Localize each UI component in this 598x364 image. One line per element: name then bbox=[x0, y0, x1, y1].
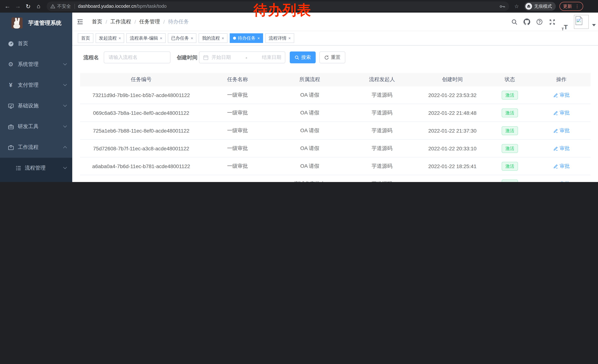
tab-label: 流程详情 bbox=[269, 35, 286, 41]
browser-home-icon[interactable]: ⌂ bbox=[33, 1, 44, 11]
initiator-cell: 芋道源码 bbox=[347, 104, 417, 121]
sidebar-collapse-icon[interactable] bbox=[77, 18, 83, 25]
close-icon[interactable]: × bbox=[257, 36, 260, 40]
close-icon[interactable]: × bbox=[288, 36, 291, 40]
status-badge: 激活 bbox=[502, 179, 518, 182]
avatar[interactable] bbox=[574, 15, 589, 29]
breadcrumb-item[interactable]: 任务管理 bbox=[139, 18, 160, 25]
yen-icon: ¥ bbox=[8, 82, 14, 89]
security-status[interactable]: 不安全 bbox=[50, 3, 71, 9]
browser-back-icon[interactable]: ← bbox=[2, 1, 13, 11]
header-search-icon[interactable] bbox=[508, 13, 521, 31]
action-cell: 审批 bbox=[532, 86, 590, 104]
breadcrumb-separator: / bbox=[106, 19, 107, 25]
status-badge: 激活 bbox=[502, 144, 518, 153]
reset-button[interactable]: 重置 bbox=[319, 51, 345, 63]
browser-update-button[interactable]: 更新 ⋮ bbox=[559, 2, 583, 11]
input-placeholder: 请输入流程名 bbox=[108, 54, 137, 61]
status-cell: 激活 bbox=[488, 175, 532, 182]
action-cell: 审批 bbox=[532, 140, 590, 157]
app-root: 芋道管理系统 首页 ⚙ 系统管理 ¥ 支付管理 bbox=[0, 13, 598, 182]
chevron-up-icon bbox=[63, 146, 67, 150]
help-icon[interactable] bbox=[533, 13, 546, 31]
task-name-cell: 一级审批 bbox=[202, 104, 273, 121]
sidebar-item-label: 研发工具 bbox=[18, 123, 39, 130]
task-name-cell: 一级审批 bbox=[202, 140, 273, 157]
approve-link[interactable]: 审批 bbox=[553, 92, 570, 98]
tab-process-detail[interactable]: 流程详情× bbox=[265, 33, 294, 43]
search-icon bbox=[295, 55, 299, 60]
sidebar-item-home[interactable]: 首页 bbox=[0, 33, 72, 54]
approve-link[interactable]: 审批 bbox=[553, 109, 570, 116]
edit-pencil-icon bbox=[553, 181, 558, 182]
tab-done-tasks[interactable]: 已办任务× bbox=[168, 33, 197, 43]
table-row: 75d72608-7b7f-11ec-a3c8-acde48001122 一级审… bbox=[80, 140, 590, 157]
table-row: 8f0d1619-7ac8-11ec-a9e2-a2380e71991a 1.2… bbox=[80, 175, 590, 182]
table-row: a6aba0a4-7b6d-11ec-b781-acde48001122 一级审… bbox=[80, 157, 590, 175]
initiator-cell: 芋道源码 bbox=[347, 122, 417, 139]
bookmark-star-icon[interactable]: ☆ bbox=[514, 3, 519, 9]
sidebar-item-process-mgmt[interactable]: 流程管理 bbox=[0, 158, 72, 178]
column-header: 任务编号 bbox=[80, 73, 202, 86]
created-time-cell: 2022-01-22 18:25:41 bbox=[417, 157, 488, 175]
github-icon[interactable] bbox=[521, 13, 533, 31]
sidebar-logo[interactable]: 芋道管理系统 bbox=[0, 13, 72, 33]
task-name-cell: 一级审批 bbox=[202, 157, 273, 175]
created-time-cell: 2022-01-22 21:48:48 bbox=[417, 104, 488, 121]
created-time-cell: 2022-01-22 20:33:10 bbox=[417, 140, 488, 157]
tab-label: 待办任务 bbox=[238, 35, 256, 41]
tab-start-process[interactable]: 发起流程× bbox=[96, 33, 124, 43]
close-icon[interactable]: × bbox=[160, 36, 162, 40]
gear-icon: ⚙ bbox=[8, 61, 14, 68]
approve-link[interactable]: 审批 bbox=[553, 163, 570, 170]
task-id-cell: 73211d9d-7b9b-11ec-b5b7-acde48001122 bbox=[80, 86, 202, 104]
process-cell: 测试多审批人 bbox=[273, 175, 347, 182]
tab-todo-tasks[interactable]: 待办任务× bbox=[230, 33, 263, 43]
approve-link[interactable]: 审批 bbox=[553, 127, 570, 134]
toolbox-icon bbox=[8, 123, 14, 130]
sidebar-item-label: 首页 bbox=[18, 40, 28, 47]
chevron-down-icon bbox=[63, 82, 67, 86]
action-cell: 审批 bbox=[532, 175, 590, 182]
task-name-cell: 一级审批 bbox=[202, 86, 273, 104]
tab-label: 我的流程 bbox=[202, 35, 220, 41]
browser-menu-icon[interactable]: ⋮ bbox=[575, 4, 579, 9]
tab-form-edit[interactable]: 流程表单-编辑× bbox=[126, 33, 166, 43]
close-icon[interactable]: × bbox=[222, 36, 224, 40]
table-row: 725a1eb6-7b88-11ec-8ef0-acde48001122 一级审… bbox=[80, 122, 590, 140]
sidebar-item-label: 流程管理 bbox=[25, 165, 46, 171]
tab-label: 已办任务 bbox=[171, 35, 189, 41]
sidebar-item-task-mgmt[interactable]: 任务管理 bbox=[0, 178, 72, 182]
sidebar-item-workflow[interactable]: 工作流程 bbox=[0, 137, 72, 158]
sidebar-item-payment[interactable]: ¥ 支付管理 bbox=[0, 75, 72, 96]
date-range-picker[interactable]: 开始日期 - 结束日期 bbox=[199, 51, 285, 63]
close-icon[interactable]: × bbox=[119, 36, 121, 40]
active-dot bbox=[233, 37, 236, 40]
font-size-icon[interactable]: TT bbox=[558, 13, 571, 31]
approve-link[interactable]: 审批 bbox=[553, 180, 570, 182]
process-cell: OA 请假 bbox=[273, 157, 347, 175]
sidebar-item-devtools[interactable]: 研发工具 bbox=[0, 116, 72, 137]
sidebar-item-infra[interactable]: 基础设施 bbox=[0, 96, 72, 116]
task-name-cell: 一级审批 bbox=[202, 122, 273, 139]
omnibox-divider bbox=[74, 4, 75, 9]
action-cell: 审批 bbox=[532, 157, 590, 175]
column-header: 流程发起人 bbox=[347, 73, 417, 86]
incognito-badge: 无痕模式 bbox=[524, 2, 556, 11]
browser-forward-icon[interactable]: → bbox=[13, 1, 23, 11]
process-name-input[interactable]: 请输入流程名 bbox=[104, 51, 170, 63]
close-icon[interactable]: × bbox=[191, 36, 193, 40]
key-icon[interactable] bbox=[499, 4, 505, 9]
tab-home[interactable]: 首页 bbox=[78, 33, 93, 43]
approve-link[interactable]: 审批 bbox=[553, 145, 570, 152]
breadcrumb: 首页 / 工作流程 / 任务管理 / 待办任务 bbox=[92, 13, 189, 31]
search-button[interactable]: 搜索 bbox=[290, 51, 316, 63]
status-badge: 激活 bbox=[502, 90, 518, 99]
tab-my-process[interactable]: 我的流程× bbox=[199, 33, 227, 43]
action-cell: 审批 bbox=[532, 122, 590, 139]
breadcrumb-item[interactable]: 工作流程 bbox=[110, 18, 131, 25]
sidebar-item-system[interactable]: ⚙ 系统管理 bbox=[0, 54, 72, 75]
browser-reload-icon[interactable]: ↻ bbox=[23, 1, 33, 11]
breadcrumb-item[interactable]: 首页 bbox=[92, 18, 102, 25]
fullscreen-icon[interactable] bbox=[546, 13, 558, 31]
